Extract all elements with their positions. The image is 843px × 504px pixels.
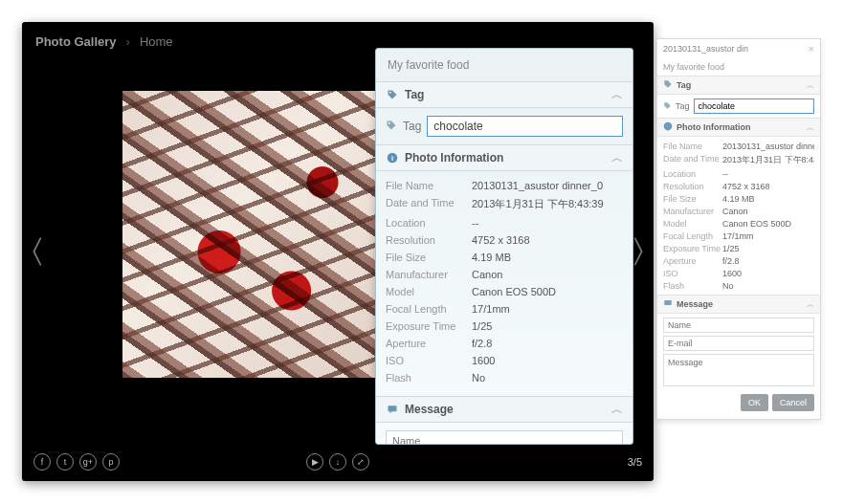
- aperture-key: Aperture: [386, 338, 472, 349]
- message-icon: [386, 403, 399, 416]
- focal-value: 17/1mm: [472, 303, 623, 315]
- message-section-label: Message: [405, 403, 454, 416]
- iso-value: 1600: [472, 355, 623, 366]
- flash-key: Flash: [386, 372, 472, 383]
- player-controls: ▶ ↓ ⤢: [306, 453, 369, 471]
- chevron-up-icon: ︿: [611, 87, 623, 103]
- info-panel-large: My favorite food Tag ︿ Tag i Photo Infor…: [375, 48, 633, 445]
- play-button[interactable]: ▶: [306, 453, 323, 471]
- message-section-label-sm: Message: [677, 299, 713, 309]
- message-body: [376, 423, 632, 445]
- filename-short: 20130131_asustor din: [663, 44, 748, 54]
- tag-icon: [663, 79, 673, 91]
- tag-section-label: Tag: [405, 88, 424, 101]
- exposure-key: Exposure Time: [386, 320, 472, 332]
- tag-row-sm: Tag: [657, 95, 820, 118]
- model-key: Model: [386, 286, 472, 297]
- tag-label: Tag: [403, 120, 421, 133]
- photo-counter: 3/5: [628, 456, 642, 468]
- chevron-up-icon: ︿: [611, 402, 623, 418]
- tag-section-header-sm[interactable]: Tag ︿: [657, 76, 820, 95]
- panel-title: My favorite food: [376, 49, 632, 81]
- app-title: Photo Gallery: [35, 34, 117, 49]
- chevron-up-icon: ︿: [807, 299, 814, 310]
- tag-icon: [386, 120, 397, 134]
- info-section-label-sm: Photo Information: [677, 122, 751, 132]
- close-icon[interactable]: ×: [809, 43, 814, 55]
- share-facebook-icon[interactable]: f: [33, 453, 51, 471]
- message-body-sm: [657, 314, 820, 390]
- info-body-sm: File Name20130131_asustor dinner_0 Date …: [657, 137, 820, 295]
- share-gplus-icon[interactable]: g+: [79, 453, 97, 471]
- model-value: Canon EOS 500D: [472, 286, 623, 297]
- message-buttons: OK Cancel: [657, 390, 820, 419]
- share-twitter-icon[interactable]: t: [56, 453, 74, 471]
- svg-point-5: [664, 122, 673, 131]
- manufacturer-value: Canon: [472, 269, 623, 280]
- datetime-key: Date and Time: [386, 197, 472, 211]
- svg-rect-4: [388, 405, 397, 411]
- filesize-value: 4.19 MB: [472, 252, 623, 263]
- svg-rect-6: [664, 300, 672, 305]
- iso-key: ISO: [386, 355, 472, 366]
- share-pinterest-icon[interactable]: p: [102, 453, 120, 471]
- fullscreen-button[interactable]: ⤢: [352, 453, 369, 471]
- filesize-key: File Size: [386, 252, 472, 263]
- chevron-up-icon: ︿: [807, 80, 814, 91]
- breadcrumb-sep: ›: [126, 34, 130, 49]
- chevron-up-icon: ︿: [807, 122, 814, 133]
- name-input-sm[interactable]: [663, 318, 814, 333]
- message-section-header-sm[interactable]: Message ︿: [657, 295, 820, 314]
- name-input[interactable]: [386, 430, 623, 445]
- info-section-label: Photo Information: [405, 151, 503, 164]
- chevron-left-icon: [29, 234, 46, 269]
- info-section-header-sm[interactable]: Photo Information ︿: [657, 118, 820, 137]
- resolution-value: 4752 x 3168: [472, 234, 623, 246]
- info-section-header[interactable]: i Photo Information ︿: [376, 144, 632, 171]
- tag-label-sm: Tag: [676, 101, 690, 111]
- exposure-value: 1/25: [472, 320, 623, 332]
- download-button[interactable]: ↓: [329, 453, 346, 471]
- filename-value: 20130131_asustor dinner_0: [472, 180, 623, 191]
- email-input-sm[interactable]: [663, 336, 814, 351]
- panel-small-header: 20130131_asustor din ×: [657, 39, 820, 58]
- ok-button[interactable]: OK: [741, 394, 768, 411]
- location-value: --: [472, 217, 623, 229]
- social-share: f t g+ p: [33, 453, 120, 471]
- manufacturer-key: Manufacturer: [386, 269, 472, 280]
- filename-key: File Name: [386, 180, 472, 191]
- svg-point-1: [388, 121, 390, 123]
- resolution-key: Resolution: [386, 234, 472, 246]
- info-panel-small: 20130131_asustor din × My favorite food …: [656, 38, 821, 420]
- message-section-header[interactable]: Message ︿: [376, 396, 632, 423]
- panel-small-title: My favorite food: [657, 58, 820, 76]
- focal-key: Focal Length: [386, 303, 472, 315]
- info-icon: i: [386, 151, 399, 164]
- datetime-value: 2013年1月31日 下午8:43:39: [472, 197, 623, 211]
- viewer-footer: f t g+ p ▶ ↓ ⤢ 3/5: [22, 443, 654, 481]
- tag-input-sm[interactable]: [694, 99, 814, 114]
- chevron-up-icon: ︿: [611, 150, 623, 166]
- svg-point-0: [389, 92, 391, 94]
- tag-section-label-sm: Tag: [677, 80, 691, 90]
- prev-photo-button[interactable]: [26, 223, 49, 280]
- aperture-value: f/2.8: [472, 338, 623, 349]
- tag-row: Tag: [376, 108, 632, 144]
- message-icon: [663, 298, 673, 310]
- panel-pointer-icon: [632, 230, 633, 265]
- photo-image[interactable]: [122, 91, 410, 378]
- message-textarea-sm[interactable]: [663, 354, 814, 386]
- tag-icon: [386, 88, 399, 101]
- flash-value: No: [472, 372, 623, 383]
- breadcrumb-home[interactable]: Home: [140, 34, 173, 49]
- location-key: Location: [386, 217, 472, 229]
- svg-text:i: i: [391, 154, 393, 163]
- tag-input[interactable]: [427, 116, 623, 137]
- info-body: File Name20130131_asustor dinner_0 Date …: [376, 171, 632, 396]
- cancel-button[interactable]: Cancel: [772, 394, 814, 411]
- tag-icon: [663, 101, 672, 112]
- info-icon: [663, 121, 673, 133]
- tag-section-header[interactable]: Tag ︿: [376, 81, 632, 108]
